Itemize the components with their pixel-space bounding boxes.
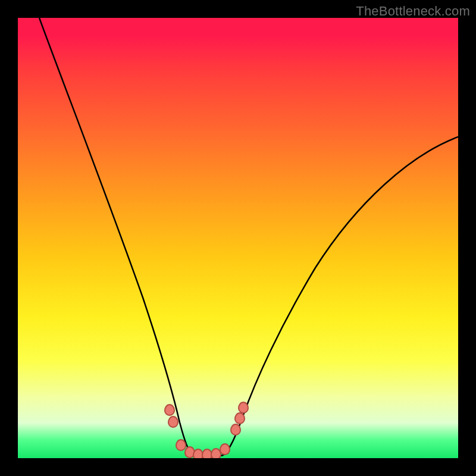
outer-frame: TheBottleneck.com xyxy=(0,0,476,476)
data-marker xyxy=(234,412,245,424)
marker-layer xyxy=(18,18,458,458)
data-marker xyxy=(230,424,241,436)
data-marker xyxy=(168,416,178,428)
data-marker xyxy=(238,402,249,414)
data-marker xyxy=(220,443,230,455)
data-marker xyxy=(164,404,175,416)
watermark-text: TheBottleneck.com xyxy=(356,4,470,19)
plot-area xyxy=(18,18,458,458)
